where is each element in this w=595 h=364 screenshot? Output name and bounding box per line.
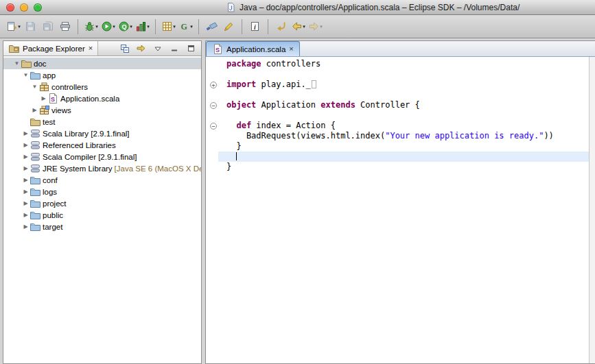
- save-all-button[interactable]: [39, 18, 56, 36]
- code-line-7[interactable]: − def index = Action {: [206, 121, 589, 131]
- close-tab-icon[interactable]: ×: [289, 45, 293, 53]
- expand-arrow-icon[interactable]: ▶: [40, 95, 47, 101]
- coverage-icon: [135, 21, 146, 32]
- code-lines[interactable]: package controllers+import play.api._−ob…: [206, 57, 589, 363]
- plugin-g-dropdown-arrow-icon[interactable]: ▾: [190, 24, 193, 29]
- code-line-3[interactable]: +import play.api._: [206, 80, 589, 90]
- tree-item-application-scala[interactable]: ▶SApplication.scala: [3, 93, 201, 104]
- fold-margin-cell[interactable]: −: [206, 100, 218, 110]
- search-button[interactable]: [203, 18, 220, 36]
- expand-arrow-icon[interactable]: ▶: [22, 200, 30, 206]
- code-token: BadRequest(views.html.index(: [226, 131, 385, 141]
- tree-item-app[interactable]: ▼app: [3, 69, 201, 81]
- debug-dropdown-arrow-icon[interactable]: ▾: [95, 24, 98, 29]
- fold-margin-cell[interactable]: −: [206, 121, 218, 131]
- info-button[interactable]: i: [246, 18, 264, 36]
- tree-item-label: Scala Library [2.9.1.final]: [43, 130, 130, 138]
- folder-icon: [30, 175, 40, 186]
- expand-arrow-icon[interactable]: ▶: [22, 154, 30, 160]
- external-tools-button[interactable]: Q▾: [117, 18, 134, 36]
- tree-item-public[interactable]: ▶public: [3, 209, 201, 221]
- tree-item-conf[interactable]: ▶conf: [3, 174, 201, 186]
- code-token: }: [226, 162, 231, 171]
- collapse-arrow-icon[interactable]: ▼: [13, 60, 21, 66]
- close-window-button[interactable]: [6, 3, 14, 12]
- save-button[interactable]: [22, 18, 39, 36]
- run-button[interactable]: ▾: [100, 18, 117, 36]
- mark-occurrences-button[interactable]: [220, 18, 237, 36]
- expand-arrow-icon[interactable]: ▶: [22, 130, 30, 136]
- tree-item-test[interactable]: test: [3, 116, 201, 128]
- minimize-button[interactable]: [169, 43, 180, 54]
- last-edit-location-button[interactable]: [272, 18, 290, 36]
- debug-button[interactable]: ▾: [82, 18, 100, 36]
- code-line-4[interactable]: [206, 90, 589, 100]
- new-wizard-icon: [6, 21, 17, 32]
- expand-arrow-icon[interactable]: ▶: [31, 107, 38, 113]
- fold-collapse-icon[interactable]: −: [210, 102, 217, 109]
- tree-item-views[interactable]: ▶views: [3, 104, 201, 116]
- fold-margin-cell[interactable]: +: [206, 80, 218, 90]
- print-button[interactable]: [56, 18, 73, 36]
- code-line-6[interactable]: [206, 110, 589, 121]
- collapse-arrow-icon[interactable]: ▼: [22, 72, 30, 78]
- expand-arrow-icon[interactable]: ▶: [22, 177, 30, 183]
- link-with-editor-button[interactable]: [136, 43, 147, 54]
- new-wizard-dropdown-arrow-icon[interactable]: ▾: [18, 24, 21, 29]
- tree-item-scala-compiler-2-9-1-final[interactable]: ▶Scala Compiler [2.9.1.final]: [3, 151, 201, 162]
- tree-item-project[interactable]: ▶project: [3, 197, 201, 209]
- editor-tab-application-scala[interactable]: S Application.scala ×: [206, 41, 300, 56]
- folder-icon: [30, 70, 40, 81]
- collapse-arrow-icon[interactable]: ▼: [31, 84, 38, 90]
- plugin-g-button[interactable]: G▾: [177, 18, 194, 36]
- maximize-button[interactable]: [185, 43, 196, 54]
- tree-item-scala-library-2-9-1-final[interactable]: ▶Scala Library [2.9.1.final]: [3, 128, 201, 139]
- expand-arrow-icon[interactable]: ▶: [22, 142, 30, 148]
- package-explorer-tab[interactable]: Package Explorer ×: [3, 41, 98, 56]
- code-line-10[interactable]: [206, 151, 589, 162]
- code-line-2[interactable]: [206, 69, 589, 80]
- new-java-project-dropdown-arrow-icon[interactable]: ▾: [173, 24, 176, 29]
- tree-item-jre-system-library[interactable]: ▶JRE System Library[Java SE 6 (MacOS X D…: [3, 162, 201, 174]
- tree-item-logs[interactable]: ▶logs: [3, 186, 201, 197]
- zoom-window-button[interactable]: [34, 3, 42, 12]
- code-line-5[interactable]: −object Application extends Controller {: [206, 100, 589, 110]
- expand-arrow-icon[interactable]: ▶: [22, 212, 30, 218]
- package-explorer-header: Package Explorer ×: [3, 41, 201, 56]
- window-titlebar[interactable]: Java – doc/app/controllers/Application.s…: [0, 0, 595, 15]
- overview-ruler[interactable]: [589, 57, 595, 363]
- fold-margin-cell: [206, 141, 218, 151]
- close-view-icon[interactable]: ×: [89, 45, 93, 52]
- expand-arrow-icon[interactable]: ▶: [22, 223, 30, 230]
- coverage-dropdown-arrow-icon[interactable]: ▾: [147, 24, 150, 29]
- window-controls: [6, 3, 42, 12]
- collapse-all-button[interactable]: [119, 43, 130, 54]
- coverage-button[interactable]: ▾: [134, 18, 151, 36]
- new-wizard-button[interactable]: ▾: [5, 18, 22, 36]
- back-button[interactable]: ▾: [290, 18, 307, 36]
- forward-button[interactable]: ▾: [307, 18, 324, 36]
- code-line-9[interactable]: }: [206, 141, 589, 151]
- code-line-1[interactable]: package controllers: [206, 59, 589, 69]
- forward-dropdown-arrow-icon[interactable]: ▾: [320, 24, 323, 29]
- tree-item-controllers[interactable]: ▼controllers: [3, 81, 201, 93]
- expand-arrow-icon[interactable]: ▶: [22, 189, 30, 195]
- expand-arrow-icon[interactable]: ▶: [22, 165, 30, 171]
- run-dropdown-arrow-icon[interactable]: ▾: [113, 24, 115, 29]
- external-tools-dropdown-arrow-icon[interactable]: ▾: [130, 24, 132, 29]
- tree-item-label: conf: [43, 176, 58, 184]
- code-text: def index = Action {: [218, 121, 589, 131]
- new-java-project-button[interactable]: ▾: [160, 18, 177, 36]
- tree-item-doc[interactable]: ▼doc: [3, 58, 201, 69]
- code-line-11[interactable]: }: [206, 162, 589, 172]
- back-dropdown-arrow-icon[interactable]: ▾: [303, 24, 305, 29]
- code-line-8[interactable]: BadRequest(views.html.index("Your new ap…: [206, 131, 589, 141]
- view-menu-button[interactable]: [152, 43, 163, 54]
- tree-item-target[interactable]: ▶target: [3, 221, 201, 232]
- minimize-window-button[interactable]: [20, 3, 28, 12]
- fold-expand-icon[interactable]: +: [210, 82, 217, 88]
- tree-item-referenced-libraries[interactable]: ▶Referenced Libraries: [3, 139, 201, 151]
- code-token: Controller {: [355, 100, 420, 110]
- debug-icon: [84, 21, 95, 32]
- fold-collapse-icon[interactable]: −: [210, 123, 217, 130]
